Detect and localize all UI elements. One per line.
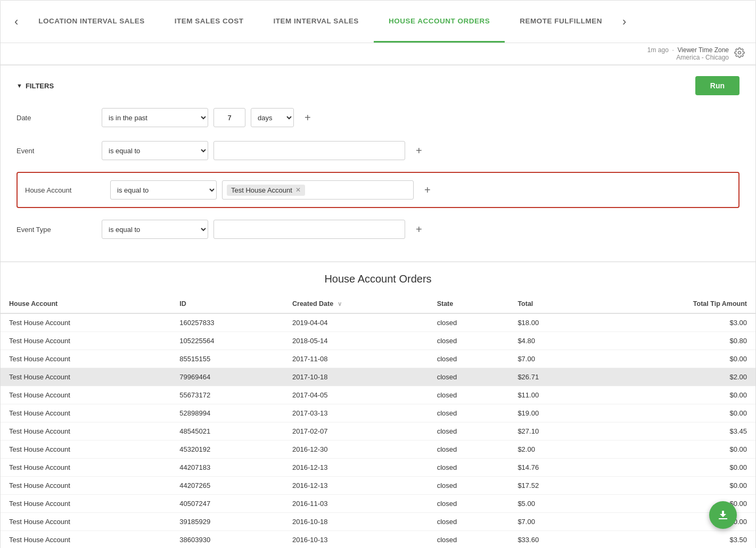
tab-item-interval-sales[interactable]: ITEM INTERVAL SALES: [259, 1, 374, 43]
download-icon: [717, 509, 729, 521]
cell-total: $26.71: [509, 368, 601, 386]
table-row: Test House Account1602578332019-04-04clo…: [1, 313, 755, 332]
cell-created-date: 2016-12-13: [284, 459, 429, 477]
tab-location-interval-sales[interactable]: LOCATION INTERVAL SALES: [23, 1, 160, 43]
cell-created-date: 2016-12-13: [284, 477, 429, 495]
cell-created-date: 2016-10-18: [284, 513, 429, 531]
cell-state: closed: [429, 404, 510, 422]
cell-total-tip-amount: $3.50: [601, 531, 755, 549]
filter-label-event-type: Event Type: [17, 226, 102, 234]
filter-label-house-account: House Account: [25, 186, 110, 194]
tab-next-button[interactable]: ›: [617, 15, 631, 29]
filter-arrow-icon: ▼: [17, 82, 22, 89]
cell-created-date: 2017-03-13: [284, 404, 429, 422]
event-value-input[interactable]: [213, 141, 405, 160]
filters-section: ▼ FILTERS Run Date is in the past is equ…: [1, 65, 755, 262]
cell-id: 39185929: [171, 513, 284, 531]
cell-created-date: 2019-04-04: [284, 313, 429, 332]
date-add-button[interactable]: +: [305, 112, 311, 124]
cell-total-tip-amount: $3.45: [601, 422, 755, 441]
cell-state: closed: [429, 531, 510, 549]
col-header-created-date[interactable]: Created Date ∨: [284, 295, 429, 313]
run-button[interactable]: Run: [695, 76, 739, 95]
date-operator-select[interactable]: is in the past is equal to is greater th…: [102, 108, 208, 127]
cell-total-tip-amount: $0.00: [601, 441, 755, 459]
event-operator-select[interactable]: is equal to is not equal to: [102, 141, 208, 160]
table-row: Test House Account405072472016-11-03clos…: [1, 495, 755, 513]
house-account-tag-remove[interactable]: ✕: [295, 186, 301, 194]
cell-house-account: Test House Account: [1, 368, 171, 386]
filters-title: ▼ FILTERS: [17, 82, 54, 90]
cell-total: $33.60: [509, 531, 601, 549]
table-row: Test House Account556731722017-04-05clos…: [1, 386, 755, 404]
event-type-value-input[interactable]: [213, 220, 405, 239]
date-unit-select[interactable]: days weeks months: [251, 108, 294, 127]
house-account-operator-select[interactable]: is equal to is not equal to: [110, 180, 217, 200]
tab-remote-fulfillment[interactable]: REMOTE FULFILLMEN: [505, 1, 617, 43]
cell-total: $18.00: [509, 313, 601, 332]
cell-total: $17.52: [509, 477, 601, 495]
table-row: Test House Account1052255642018-05-14clo…: [1, 332, 755, 350]
cell-total: $4.80: [509, 332, 601, 350]
cell-house-account: Test House Account: [1, 404, 171, 422]
timezone-label[interactable]: Viewer Time Zone: [678, 46, 729, 54]
table-header-row: House Account ID Created Date ∨ State To…: [1, 295, 755, 313]
cell-house-account: Test House Account: [1, 495, 171, 513]
cell-id: 44207183: [171, 459, 284, 477]
table-row: Test House Account442071832016-12-13clos…: [1, 459, 755, 477]
cell-created-date: 2016-11-03: [284, 495, 429, 513]
table-row: Test House Account485450212017-02-07clos…: [1, 422, 755, 441]
cell-id: 85515155: [171, 350, 284, 368]
orders-table: House Account ID Created Date ∨ State To…: [1, 295, 755, 548]
cell-total-tip-amount: $0.00: [601, 459, 755, 477]
cell-total-tip-amount: $0.00: [601, 386, 755, 404]
filter-row-house-account-highlighted: House Account is equal to is not equal t…: [17, 172, 739, 208]
cell-house-account: Test House Account: [1, 350, 171, 368]
date-num-input[interactable]: [213, 108, 245, 127]
cell-created-date: 2017-10-18: [284, 368, 429, 386]
cell-state: closed: [429, 495, 510, 513]
cell-house-account: Test House Account: [1, 441, 171, 459]
gear-icon: [734, 47, 745, 58]
settings-button[interactable]: [734, 47, 745, 61]
cell-id: 44207265: [171, 477, 284, 495]
cell-id: 160257833: [171, 313, 284, 332]
filter-row-house-account: House Account is equal to is not equal t…: [25, 178, 731, 202]
cell-id: 55673172: [171, 386, 284, 404]
cell-total: $14.76: [509, 459, 601, 477]
cell-total-tip-amount: $0.00: [601, 350, 755, 368]
filter-label-event: Event: [17, 147, 102, 155]
cell-id: 45320192: [171, 441, 284, 459]
filter-row-event-type: Event Type is equal to is not equal to +: [17, 218, 739, 241]
download-button[interactable]: [709, 501, 737, 529]
filter-row-event: Event is equal to is not equal to +: [17, 139, 739, 162]
cell-id: 40507247: [171, 495, 284, 513]
house-account-tag-area[interactable]: Test House Account ✕: [222, 180, 414, 200]
cell-id: 48545021: [171, 422, 284, 441]
sort-icon-created-date: ∨: [338, 301, 342, 307]
house-account-add-button[interactable]: +: [424, 184, 431, 196]
cell-created-date: 2018-05-14: [284, 332, 429, 350]
tab-item-sales-cost[interactable]: ITEM SALES COST: [160, 1, 259, 43]
col-header-id: ID: [171, 295, 284, 313]
table-section: House Account Orders House Account ID Cr…: [1, 262, 755, 548]
tab-house-account-orders[interactable]: HOUSE ACCOUNT ORDERS: [374, 1, 505, 43]
cell-house-account: Test House Account: [1, 313, 171, 332]
tab-prev-button[interactable]: ‹: [9, 15, 23, 29]
table-row: Test House Account799694642017-10-18clos…: [1, 368, 755, 386]
cell-created-date: 2017-11-08: [284, 350, 429, 368]
event-add-button[interactable]: +: [416, 145, 422, 157]
cell-state: closed: [429, 422, 510, 441]
cell-total-tip-amount: $3.00: [601, 313, 755, 332]
cell-state: closed: [429, 368, 510, 386]
cell-house-account: Test House Account: [1, 386, 171, 404]
event-type-add-button[interactable]: +: [416, 223, 422, 236]
cell-total: $2.00: [509, 441, 601, 459]
table-row: Test House Account391859292016-10-18clos…: [1, 513, 755, 531]
table-body: Test House Account1602578332019-04-04clo…: [1, 313, 755, 548]
cell-total: $7.00: [509, 350, 601, 368]
timezone-value: America - Chicago: [676, 54, 729, 61]
cell-state: closed: [429, 332, 510, 350]
event-type-operator-select[interactable]: is equal to is not equal to: [102, 220, 208, 239]
cell-state: closed: [429, 459, 510, 477]
